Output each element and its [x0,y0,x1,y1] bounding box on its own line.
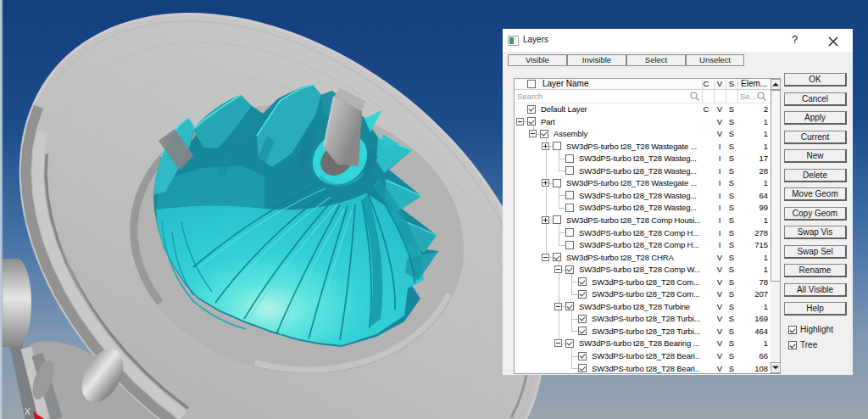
svg-text:X: X [25,407,31,416]
